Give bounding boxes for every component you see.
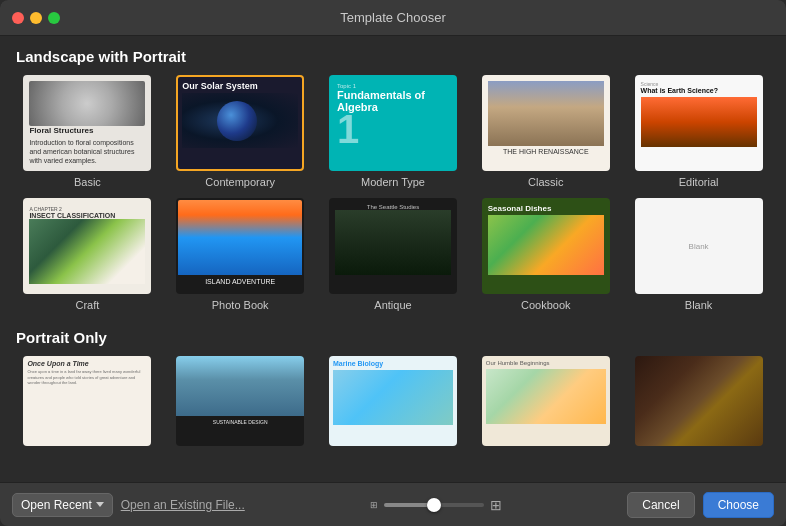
template-antique[interactable]: The Seattle Studies Antique [322, 198, 465, 311]
humble-img [486, 369, 606, 424]
portrait-grid: Once Upon a Time Once upon a time in a l… [16, 356, 770, 446]
template-cookbook-thumb: Seasonal Dishes [482, 198, 610, 294]
template-craft-thumb: A CHAPTER 2 INSECT CLASSIFICATION [23, 198, 151, 294]
cancel-button[interactable]: Cancel [627, 492, 694, 518]
craft-title-text: INSECT CLASSIFICATION [29, 212, 145, 219]
basic-flower-img [29, 81, 145, 126]
photo-title-text: ISLAND ADVENTURE [178, 275, 302, 288]
marine-bio-thumb: Marine Biology [329, 356, 457, 446]
contemporary-label: Contemporary [205, 176, 275, 188]
craft-label: Craft [75, 299, 99, 311]
template-classic[interactable]: THE HIGH RENAISSANCE Classic [474, 75, 617, 188]
blank-label: Blank [685, 299, 713, 311]
template-editorial[interactable]: Science What is Earth Science? Editorial [627, 75, 770, 188]
classic-label: Classic [528, 176, 563, 188]
template-craft[interactable]: A CHAPTER 2 INSECT CLASSIFICATION Craft [16, 198, 159, 311]
template-photo-book[interactable]: ISLAND ADVENTURE Photo Book [169, 198, 312, 311]
antique-label: Antique [374, 299, 411, 311]
choose-button[interactable]: Choose [703, 492, 774, 518]
close-button[interactable] [12, 12, 24, 24]
open-recent-chevron-icon [96, 502, 104, 507]
contemporary-img [182, 93, 298, 148]
template-editorial-thumb: Science What is Earth Science? [635, 75, 763, 171]
template-antique-thumb: The Seattle Studies [329, 198, 457, 294]
main-content: Landscape with Portrait Floral Structure… [0, 36, 786, 482]
template-contemporary-thumb: Our Solar System [176, 75, 304, 171]
template-modern-type[interactable]: Topic 1 Fundamentals of Algebra 1 Modern… [322, 75, 465, 188]
section-portrait-title: Portrait Only [16, 329, 770, 346]
basic-label: Basic [74, 176, 101, 188]
guitar-thumb [635, 356, 763, 446]
contemporary-title-text: Our Solar System [182, 81, 298, 91]
sustainable-title-text: SUSTAINABLE DESIGN [176, 416, 304, 428]
template-sustainable[interactable]: SUSTAINABLE DESIGN [169, 356, 312, 446]
sustainable-img [176, 356, 304, 416]
traffic-lights [12, 12, 60, 24]
template-basic-thumb: Floral Structures Introduction to floral… [23, 75, 151, 171]
classic-title-text: THE HIGH RENAISSANCE [488, 148, 604, 155]
open-recent-label: Open Recent [21, 498, 92, 512]
modern-subtitle-text: Topic 1 [337, 83, 449, 89]
craft-img [29, 219, 145, 284]
landscape-grid: Floral Structures Introduction to floral… [16, 75, 770, 311]
photo-img [178, 200, 302, 275]
template-humble[interactable]: Our Humble Beginnings [474, 356, 617, 446]
once-upon-thumb: Once Upon a Time Once upon a time in a l… [23, 356, 151, 446]
cookbook-label: Cookbook [521, 299, 571, 311]
template-once-upon[interactable]: Once Upon a Time Once upon a time in a l… [16, 356, 159, 446]
zoom-small-icon: ⊞ [370, 500, 378, 510]
cookbook-img [488, 215, 604, 275]
window-title: Template Chooser [340, 10, 446, 25]
choose-label: Choose [718, 498, 759, 512]
once-upon-body: Once upon a time in a land far away ther… [27, 369, 147, 386]
modern-num-text: 1 [337, 109, 449, 149]
sustainable-thumb: SUSTAINABLE DESIGN [176, 356, 304, 446]
photo-book-label: Photo Book [212, 299, 269, 311]
guitar-img [635, 356, 763, 446]
section-landscape-title: Landscape with Portrait [16, 48, 770, 65]
once-upon-title-text: Once Upon a Time [27, 360, 147, 367]
editorial-label: Editorial [679, 176, 719, 188]
template-classic-thumb: THE HIGH RENAISSANCE [482, 75, 610, 171]
zoom-slider[interactable] [384, 503, 484, 507]
minimize-button[interactable] [30, 12, 42, 24]
basic-title-text: Floral Structures [29, 126, 145, 135]
marine-bio-title-text: Marine Biology [333, 360, 453, 367]
template-blank-thumb: Blank [635, 198, 763, 294]
template-marine-bio[interactable]: Marine Biology [322, 356, 465, 446]
zoom-large-icon: ⊞ [490, 497, 502, 513]
zoom-slider-container: ⊞ ⊞ [370, 497, 502, 513]
maximize-button[interactable] [48, 12, 60, 24]
blank-title-text: Blank [689, 242, 709, 251]
template-cookbook[interactable]: Seasonal Dishes Cookbook [474, 198, 617, 311]
marine-bio-img [333, 370, 453, 425]
open-recent-button[interactable]: Open Recent [12, 493, 113, 517]
template-basic[interactable]: Floral Structures Introduction to floral… [16, 75, 159, 188]
template-photo-thumb: ISLAND ADVENTURE [176, 198, 304, 294]
title-bar: Template Chooser [0, 0, 786, 36]
classic-img [488, 81, 604, 146]
humble-thumb: Our Humble Beginnings [482, 356, 610, 446]
cookbook-title-text: Seasonal Dishes [488, 204, 604, 213]
humble-title-text: Our Humble Beginnings [486, 360, 606, 366]
basic-body-text: Introduction to floral compositions and … [29, 138, 145, 165]
cancel-label: Cancel [642, 498, 679, 512]
template-guitar[interactable] [627, 356, 770, 446]
antique-img [335, 210, 451, 275]
editorial-img [641, 97, 757, 147]
template-contemporary[interactable]: Our Solar System Contemporary [169, 75, 312, 188]
modern-type-label: Modern Type [361, 176, 425, 188]
template-blank[interactable]: Blank Blank [627, 198, 770, 311]
open-existing-button[interactable]: Open an Existing File... [121, 498, 245, 512]
bottom-toolbar: Open Recent Open an Existing File... ⊞ ⊞… [0, 482, 786, 526]
template-modern-thumb: Topic 1 Fundamentals of Algebra 1 [329, 75, 457, 171]
editorial-title-text: What is Earth Science? [641, 87, 757, 95]
open-existing-label: Open an Existing File... [121, 498, 245, 512]
contemporary-planet [217, 101, 257, 141]
